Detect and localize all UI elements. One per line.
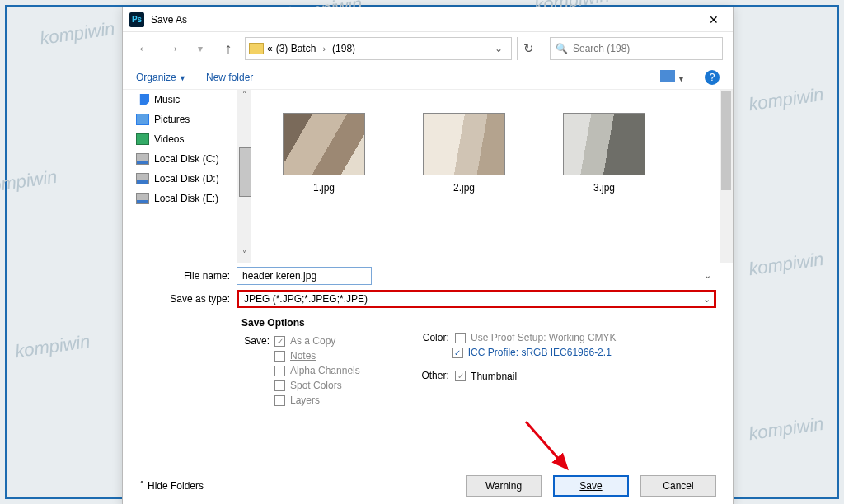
checkbox-label: As a Copy — [290, 335, 335, 347]
save-sublabel: Save: — [241, 335, 270, 347]
checkbox-label: Thumbnail — [471, 371, 517, 382]
file-item[interactable]: 1.jpg — [266, 113, 382, 258]
music-icon — [136, 94, 149, 105]
color-sublabel: Color: — [413, 332, 449, 343]
watermark: kompiwin — [39, 18, 116, 50]
tree-label: Pictures — [154, 114, 190, 125]
tree-item-videos[interactable]: Videos — [123, 129, 251, 149]
tree-item-disk-c[interactable]: Local Disk (C:) — [123, 149, 251, 169]
warning-button[interactable]: Warning — [466, 475, 542, 497]
back-button[interactable]: ← — [133, 37, 156, 60]
save-options-heading: Save Options — [241, 317, 360, 329]
checkbox-label: Use Proof Setup: Working CMYK — [471, 332, 617, 343]
file-thumbnail — [423, 113, 505, 175]
cancel-button[interactable]: Cancel — [640, 475, 716, 497]
file-label: 3.jpg — [593, 182, 615, 194]
tree-label: Local Disk (D:) — [154, 173, 219, 184]
search-icon: 🔍 — [556, 43, 568, 54]
disk-icon — [136, 193, 149, 204]
files-scrollbar[interactable] — [720, 90, 733, 263]
search-input[interactable]: 🔍 Search (198) — [550, 37, 723, 60]
tree-item-pictures[interactable]: Pictures — [123, 110, 251, 129]
thumbnail-checkbox[interactable]: ✓Thumbnail — [455, 371, 517, 382]
tree-item-disk-e[interactable]: Local Disk (E:) — [123, 189, 251, 208]
file-item[interactable]: 2.jpg — [406, 113, 522, 258]
scroll-thumb[interactable] — [239, 147, 251, 197]
watermark: kompiwin — [748, 84, 825, 116]
tree-label: Videos — [154, 133, 184, 145]
icc-checkbox[interactable]: ✓ICC Profile: sRGB IEC61966-2.1 — [452, 347, 617, 358]
address-dropdown[interactable]: ⌄ — [490, 43, 508, 54]
scroll-thumb[interactable] — [721, 91, 731, 190]
pictures-icon — [136, 114, 149, 125]
navigation-row: ← → ▾ ↑ « (3) Batch › (198) ⌄ ↻ 🔍 Search… — [123, 32, 733, 65]
tree-item-music[interactable]: Music — [123, 90, 251, 110]
breadcrumb-1[interactable]: (3) Batch — [276, 43, 316, 54]
view-menu[interactable]: ▼ — [660, 70, 685, 84]
watermark: kompiwin — [748, 413, 825, 446]
alpha-checkbox[interactable]: Alpha Channels — [274, 365, 360, 376]
chevron-right-icon[interactable]: › — [319, 44, 329, 54]
titlebar: Ps Save As ✕ — [123, 7, 733, 32]
tree-item-disk-d[interactable]: Local Disk (D:) — [123, 169, 251, 189]
filename-input[interactable] — [237, 267, 372, 285]
layers-checkbox[interactable]: Layers — [274, 394, 360, 406]
folder-icon — [249, 43, 264, 54]
photoshop-icon: Ps — [129, 12, 144, 27]
file-thumbnail — [283, 113, 365, 175]
chevron-down-icon: ▼ — [179, 74, 186, 82]
dialog-footer: ˄Hide Folders Warning Save Cancel — [123, 475, 733, 497]
spot-checkbox[interactable]: Spot Colors — [274, 380, 360, 391]
path-prefix: « — [267, 43, 273, 54]
forward-button[interactable]: → — [161, 37, 184, 60]
watermark: kompiwin — [748, 249, 825, 281]
help-button[interactable]: ? — [705, 70, 720, 85]
filetype-label: Save as type: — [139, 293, 230, 305]
checkbox-label: Spot Colors — [290, 380, 342, 391]
notes-checkbox[interactable]: Notes — [274, 350, 360, 362]
refresh-button[interactable]: ↻ — [517, 37, 540, 60]
close-button[interactable]: ✕ — [695, 7, 733, 32]
file-label: 1.jpg — [313, 182, 335, 194]
up-button[interactable]: ↑ — [217, 37, 240, 60]
file-label: 2.jpg — [453, 182, 475, 194]
organize-menu[interactable]: Organize ▼ — [136, 72, 186, 83]
search-placeholder: Search (198) — [573, 43, 630, 54]
file-item[interactable]: 3.jpg — [546, 113, 662, 258]
body: Music Pictures Videos Local Disk (C:) Lo… — [123, 90, 733, 263]
filetype-combo[interactable]: JPEG (*.JPG;*.JPEG;*.JPE) ⌄ — [237, 290, 716, 308]
save-options: Save Options Save: ✓As a Copy Notes Alph… — [123, 312, 733, 406]
scroll-down-icon[interactable]: ˅ — [237, 250, 251, 263]
asacopy-checkbox[interactable]: ✓As a Copy — [274, 335, 360, 347]
other-sublabel: Other: — [413, 370, 449, 381]
filename-label: File name: — [139, 270, 230, 282]
watermark: kompiwin — [0, 166, 59, 198]
scroll-up-icon[interactable]: ˄ — [237, 90, 251, 103]
watermark: kompiwin — [14, 331, 91, 363]
breadcrumb-2[interactable]: (198) — [332, 43, 355, 54]
address-bar[interactable]: « (3) Batch › (198) ⌄ — [245, 37, 512, 60]
filetype-value: JPEG (*.JPG;*.JPEG;*.JPE) — [244, 293, 368, 305]
tree-scrollbar[interactable]: ˄ ˅ — [237, 90, 251, 263]
proof-checkbox[interactable]: Use Proof Setup: Working CMYK — [455, 332, 617, 343]
tree-label: Local Disk (E:) — [154, 193, 218, 204]
nav-tree[interactable]: Music Pictures Videos Local Disk (C:) Lo… — [123, 90, 251, 263]
toolbar: Organize ▼ New folder ▼ ? — [123, 65, 733, 90]
view-icon — [660, 70, 675, 82]
tree-label: Local Disk (C:) — [154, 153, 219, 165]
hide-folders-label: Hide Folders — [148, 480, 204, 492]
disk-icon — [136, 173, 149, 184]
recent-dropdown[interactable]: ▾ — [189, 37, 212, 60]
filename-dropdown[interactable]: ⌄ — [704, 270, 711, 281]
file-list[interactable]: 1.jpg 2.jpg 3.jpg — [251, 90, 733, 263]
window-title: Save As — [151, 14, 695, 26]
new-folder-button[interactable]: New folder — [206, 72, 253, 83]
file-thumbnail — [563, 113, 645, 175]
save-button[interactable]: Save — [553, 475, 629, 497]
checkbox-label: Alpha Channels — [290, 365, 360, 376]
svg-line-0 — [526, 422, 567, 469]
videos-icon — [136, 133, 149, 145]
hide-folders-toggle[interactable]: ˄Hide Folders — [139, 480, 204, 492]
checkbox-label: Notes — [290, 350, 316, 362]
chevron-down-icon: ▼ — [678, 75, 685, 83]
